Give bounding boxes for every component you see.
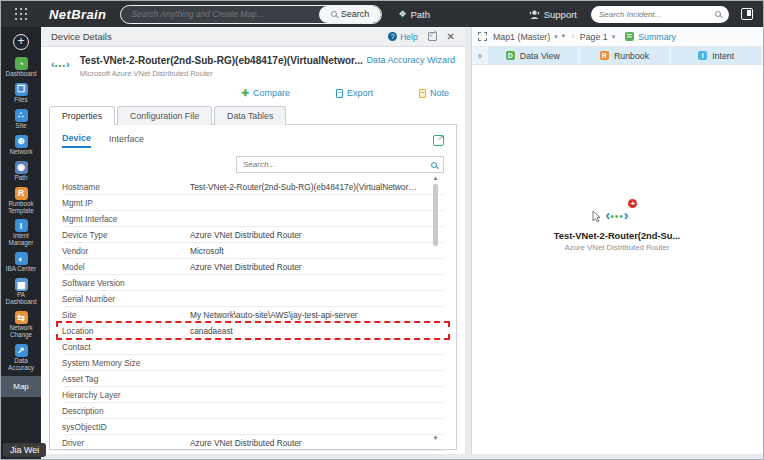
- sidebar-item[interactable]: ▦ PA Dashboard: [1, 275, 41, 308]
- path-menu[interactable]: ❖ Path: [398, 9, 430, 20]
- tab[interactable]: Configuration File: [117, 106, 212, 125]
- incident-search-icon[interactable]: [715, 11, 721, 17]
- sidebar-item-map[interactable]: Map: [1, 376, 41, 397]
- scrollbar-thumb[interactable]: [433, 184, 438, 246]
- global-search: Search: [120, 5, 382, 24]
- note-icon: [419, 89, 426, 98]
- device-details-header: Device Details Help ✕: [41, 27, 465, 47]
- sidebar-item[interactable]: ⇆ Network Change: [1, 308, 41, 341]
- map-tool-tabs: » D Data View R Runbook I Intent: [472, 47, 763, 65]
- summary-link[interactable]: Summary: [638, 32, 676, 42]
- property-row: Vendor Microsoft: [62, 243, 444, 259]
- pa-dashboard-icon: ▦: [15, 278, 28, 291]
- property-row: Mgmt IP: [62, 195, 444, 211]
- device-icon: ‹•••›: [51, 55, 70, 78]
- device-details-tabs: Properties Configuration File Data Table…: [41, 106, 465, 125]
- property-search-input[interactable]: [243, 160, 431, 169]
- sidebar-item[interactable]: ↗ Data Accuracy: [1, 341, 41, 374]
- runbook-template-icon: R: [15, 187, 28, 200]
- property-search: [236, 156, 444, 173]
- tab[interactable]: Data Tables: [214, 106, 286, 125]
- sidebar-item[interactable]: ⊕ Network: [1, 132, 41, 158]
- incident-search-input[interactable]: [599, 10, 715, 19]
- close-icon[interactable]: ✕: [447, 31, 455, 42]
- app-launcher-icon[interactable]: [1, 8, 41, 21]
- expand-map-icon[interactable]: [478, 32, 487, 41]
- sidebar-item[interactable]: R Runbook Template: [1, 184, 41, 217]
- global-search-input[interactable]: [121, 9, 318, 19]
- page-dropdown[interactable]: Page 1: [580, 32, 608, 42]
- export-button[interactable]: Export: [336, 88, 373, 98]
- path-icon: ◉: [15, 161, 28, 174]
- support-icon: [529, 9, 540, 20]
- note-button[interactable]: Note: [419, 88, 449, 98]
- dashboard-icon: ◔: [15, 57, 28, 70]
- sidebar-item[interactable]: ◐ IBA Center: [1, 249, 41, 275]
- intent-icon: I: [698, 51, 707, 60]
- table-scrollbar[interactable]: ▲ ▼: [432, 175, 439, 441]
- tab[interactable]: Properties: [49, 106, 115, 125]
- export-icon: [336, 89, 343, 98]
- popout-icon[interactable]: [428, 32, 437, 41]
- iba-center-icon: ◐: [15, 252, 28, 265]
- property-row: Hostname Test-VNet-2-Router(2nd-Sub-RG)(…: [62, 179, 444, 195]
- search-icon: [331, 11, 337, 17]
- breadcrumb-separator: ›: [571, 32, 574, 41]
- property-row: Software Version: [62, 275, 444, 291]
- data-accuracy-wizard-link[interactable]: Data Accuracy Wizard: [366, 55, 455, 78]
- top-bar: NetBrain Search ❖ Path Support: [1, 1, 763, 27]
- sidebar-item[interactable]: ◔ Dashboard: [1, 54, 41, 80]
- runbook-icon: R: [600, 51, 609, 60]
- search-button[interactable]: Search: [319, 6, 382, 23]
- map-tab[interactable]: I Intent: [671, 47, 761, 64]
- data-view-icon: D: [506, 51, 515, 60]
- device-details-panel: Device Details Help ✕ ‹•••› Test-VNet-2-…: [41, 27, 465, 454]
- property-table: Hostname Test-VNet-2-Router(2nd-Sub-RG)(…: [62, 179, 444, 451]
- map-device-name: Test-VNet-2-Router(2nd-Su...: [517, 231, 717, 241]
- map-canvas[interactable]: ‹•••› + Test-VNet-2-Router(2nd-Su... Azu…: [472, 65, 763, 454]
- chevron-down-icon[interactable]: ▾: [554, 33, 558, 41]
- map-device-icon[interactable]: ‹•••› +: [606, 205, 629, 227]
- property-row: sysObjectID: [62, 419, 444, 435]
- sidebar-item[interactable]: ∴ Site: [1, 106, 41, 132]
- window-mode-icon[interactable]: [741, 8, 753, 20]
- left-sidebar: + ◔ Dashboard ❐ Files ∴ Site ⊕ Network ◉…: [1, 27, 41, 459]
- map-name-dropdown[interactable]: Map1 (Master): [493, 32, 550, 42]
- collapse-chevron-icon[interactable]: »: [472, 47, 488, 64]
- device-subtitle: Microsoft Azure VNet Distributed Router: [80, 69, 363, 78]
- panel-title: Device Details: [51, 31, 112, 42]
- summary-icon: [625, 32, 634, 41]
- scroll-down-icon[interactable]: ▼: [432, 435, 439, 441]
- map-device-node[interactable]: ‹•••› + Test-VNet-2-Router(2nd-Su... Azu…: [517, 205, 717, 252]
- map-tab[interactable]: R Runbook: [580, 47, 670, 64]
- help-link[interactable]: Help: [388, 32, 417, 42]
- device-name: Test-VNet-2-Router(2nd-Sub-RG)(eb48417e)…: [80, 55, 363, 66]
- scroll-up-icon[interactable]: ▲: [432, 175, 439, 181]
- incident-search: [591, 6, 729, 23]
- property-row: Serial Number: [62, 291, 444, 307]
- map-tab[interactable]: D Data View: [488, 47, 578, 64]
- property-row: Location canadaeast: [62, 323, 444, 339]
- compare-button[interactable]: ✚ Compare: [241, 88, 290, 98]
- property-row: System Memory Size: [62, 355, 444, 371]
- property-row: Driver Azure VNet Distributed Router: [62, 435, 444, 451]
- subtab[interactable]: Interface: [109, 134, 144, 147]
- add-new-icon[interactable]: +: [13, 34, 29, 50]
- path-icon: ❖: [398, 9, 406, 19]
- site-icon: ∴: [15, 109, 28, 122]
- network-icon: ⊕: [15, 135, 28, 148]
- subtab[interactable]: Device: [62, 133, 91, 148]
- map-panel: Map1 (Master) ▾ * › Page 1 ▾ Summary » D…: [471, 27, 763, 454]
- sidebar-item[interactable]: I Intent Manager: [1, 216, 41, 249]
- open-new-window-icon[interactable]: [433, 135, 444, 146]
- support-menu[interactable]: Support: [529, 9, 577, 20]
- sidebar-item[interactable]: ◉ Path: [1, 158, 41, 184]
- property-row: Model Azure VNet Distributed Router: [62, 259, 444, 275]
- property-search-icon[interactable]: [431, 162, 437, 168]
- chevron-down-icon[interactable]: ▾: [612, 33, 616, 41]
- sidebar-item[interactable]: ❐ Files: [1, 80, 41, 106]
- property-row: Mgmt Interface: [62, 211, 444, 227]
- map-device-type: Azure VNet Distributed Router: [517, 243, 717, 252]
- properties-content: Device Interface Hostname Test-VNet-2-Ro…: [49, 124, 457, 450]
- user-badge: Jia Wei: [3, 443, 46, 457]
